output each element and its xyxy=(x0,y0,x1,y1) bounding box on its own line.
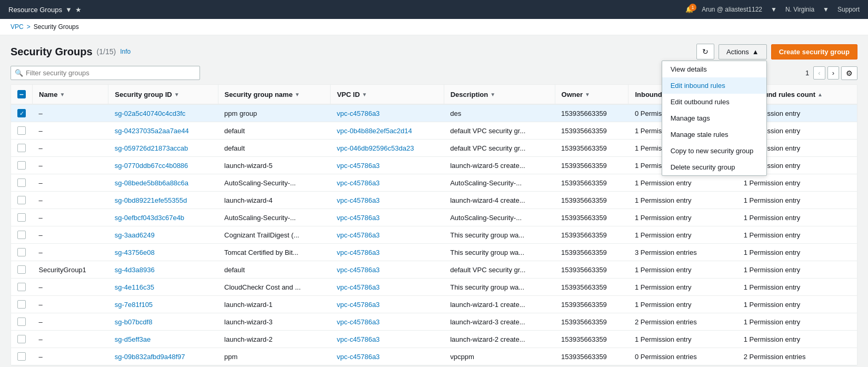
col-header-sg-name[interactable]: Security group name ▼ xyxy=(218,85,331,104)
row-select-cell[interactable] xyxy=(11,122,33,140)
row-select-cell[interactable] xyxy=(11,331,33,348)
col-header-sg-id[interactable]: Security group ID ▼ xyxy=(108,85,218,104)
service-label[interactable]: Resource Groups xyxy=(8,6,62,14)
col-header-owner[interactable]: Owner ▼ xyxy=(555,85,628,104)
actions-button[interactable]: Actions ▲ xyxy=(719,44,767,59)
row-checkbox[interactable] xyxy=(17,144,26,152)
menu-item-delete[interactable]: Delete security group xyxy=(662,159,766,175)
row-select-cell[interactable]: ✓ xyxy=(11,104,33,122)
user-dropdown-icon[interactable]: ▼ xyxy=(771,6,777,13)
info-link[interactable]: Info xyxy=(120,48,131,55)
vpc-id-link[interactable]: vpc-c45786a3 xyxy=(337,301,380,309)
menu-item-edit-outbound[interactable]: Edit outbound rules xyxy=(662,94,766,110)
row-checkbox[interactable] xyxy=(17,283,26,291)
region-dropdown-icon[interactable]: ▼ xyxy=(823,6,829,13)
search-input[interactable] xyxy=(11,66,200,80)
row-checkbox[interactable] xyxy=(17,300,26,309)
menu-item-edit-inbound[interactable]: Edit inbound rules xyxy=(662,77,766,94)
breadcrumb-vpc[interactable]: VPC xyxy=(11,23,24,31)
vpc-id-link[interactable]: vpc-c45786a3 xyxy=(337,196,380,204)
row-select-cell[interactable] xyxy=(11,226,33,244)
sg-id-link[interactable]: sg-43756e08 xyxy=(115,249,155,256)
sg-id-link[interactable]: sg-3aad6249 xyxy=(115,231,155,239)
row-checkbox[interactable] xyxy=(17,335,26,343)
vpc-id-link[interactable]: vpc-c45786a3 xyxy=(337,318,380,326)
sg-id-link[interactable]: sg-7e81f105 xyxy=(115,301,153,309)
sg-id-link[interactable]: sg-04237035a2aa7ae44 xyxy=(115,127,189,135)
nav-star-icon[interactable]: ★ xyxy=(75,6,82,14)
vpc-id-link[interactable]: vpc-c45786a3 xyxy=(337,283,380,291)
row-description: This security group wa... xyxy=(444,279,555,296)
row-select-cell[interactable] xyxy=(11,279,33,296)
create-security-group-button[interactable]: Create security group xyxy=(771,44,857,59)
row-select-cell[interactable] xyxy=(11,209,33,226)
support-menu[interactable]: Support xyxy=(837,6,860,13)
menu-item-copy-new[interactable]: Copy to new security group xyxy=(662,143,766,159)
sg-id-link[interactable]: sg-0efbcf043d3c67e4b xyxy=(115,214,184,222)
row-owner: 153935663359 xyxy=(555,157,628,174)
sg-id-link[interactable]: sg-d5eff3ae xyxy=(115,335,151,343)
bell-icon[interactable]: 🔔 1 xyxy=(685,6,693,13)
row-select-cell[interactable] xyxy=(11,261,33,279)
row-select-cell[interactable] xyxy=(11,140,33,157)
refresh-button[interactable]: ↻ xyxy=(696,44,714,59)
sg-id-link[interactable]: sg-0bd89221efe55355d xyxy=(115,196,187,204)
menu-item-manage-stale[interactable]: Manage stale rules xyxy=(662,126,766,143)
sg-id-link[interactable]: sg-02a5c40740c4cd3fc xyxy=(115,110,185,117)
col-header-name[interactable]: Name ▼ xyxy=(33,85,108,104)
vpc-id-link[interactable]: vpc-046db92596c53da23 xyxy=(337,144,414,152)
pagination-prev-button[interactable]: ‹ xyxy=(813,66,825,80)
row-select-cell[interactable] xyxy=(11,192,33,209)
vpc-id-link[interactable]: vpc-c45786a3 xyxy=(337,162,380,170)
row-checkbox[interactable] xyxy=(17,213,26,222)
vpc-id-link[interactable]: vpc-0b4b88e2ef5ac2d14 xyxy=(337,127,412,135)
row-checkbox[interactable]: ✓ xyxy=(17,109,26,117)
row-checkbox[interactable] xyxy=(17,352,26,361)
col-header-description[interactable]: Description ▼ xyxy=(444,85,555,104)
vpc-id-link[interactable]: vpc-c45786a3 xyxy=(337,179,380,187)
vpc-id-link[interactable]: vpc-c45786a3 xyxy=(337,214,380,222)
row-checkbox[interactable] xyxy=(17,231,26,239)
row-owner: 153935663359 xyxy=(555,313,628,331)
sg-id-link[interactable]: sg-4e116c35 xyxy=(115,283,154,291)
sg-id-link[interactable]: sg-4d3a8936 xyxy=(115,266,155,274)
vpc-id-link[interactable]: vpc-c45786a3 xyxy=(337,335,380,343)
vpc-id-link[interactable]: vpc-c45786a3 xyxy=(337,353,380,361)
vpc-id-link[interactable]: vpc-c45786a3 xyxy=(337,266,380,274)
vpc-id-link[interactable]: vpc-c45786a3 xyxy=(337,231,380,239)
row-checkbox[interactable] xyxy=(17,196,26,204)
select-all-header[interactable]: – xyxy=(11,85,33,104)
menu-item-manage-tags[interactable]: Manage tags xyxy=(662,110,766,126)
row-select-cell[interactable] xyxy=(11,296,33,313)
row-checkbox[interactable] xyxy=(17,265,26,274)
sg-id-link[interactable]: sg-059726d21873accab xyxy=(115,144,188,152)
row-checkbox[interactable] xyxy=(17,248,26,256)
row-checkbox[interactable] xyxy=(17,318,26,326)
menu-item-view-details[interactable]: View details xyxy=(662,61,766,77)
sg-id-link[interactable]: sg-08bede5b8b6a88c6a xyxy=(115,179,188,187)
user-menu[interactable]: Arun @ aliastest1122 xyxy=(702,6,762,13)
sg-id-link[interactable]: sg-b07bcdf8 xyxy=(115,318,153,326)
nav-dropdown-icon[interactable]: ▼ xyxy=(65,6,72,14)
select-all-checkbox[interactable]: – xyxy=(17,90,26,98)
row-select-cell[interactable] xyxy=(11,313,33,331)
sg-id-link[interactable]: sg-09b832afbd9a48f97 xyxy=(115,353,185,361)
row-vpc-id: vpc-0b4b88e2ef5ac2d14 xyxy=(331,122,444,140)
table-settings-button[interactable]: ⚙ xyxy=(841,66,857,80)
region-menu[interactable]: N. Virginia xyxy=(785,6,814,13)
row-inbound: 1 Permission entry xyxy=(628,296,737,313)
row-checkbox[interactable] xyxy=(17,126,26,135)
vpc-id-link[interactable]: vpc-c45786a3 xyxy=(337,249,380,256)
row-select-cell[interactable] xyxy=(11,157,33,174)
row-select-cell[interactable] xyxy=(11,348,33,365)
row-outbound: 1 Permission entry xyxy=(737,261,857,279)
col-header-vpc-id[interactable]: VPC ID ▼ xyxy=(331,85,444,104)
row-select-cell[interactable] xyxy=(11,244,33,261)
sg-id-link[interactable]: sg-0770ddb67cc4b0886 xyxy=(115,162,188,170)
row-checkbox[interactable] xyxy=(17,161,26,170)
vpc-id-link[interactable]: vpc-c45786a3 xyxy=(337,110,380,117)
row-select-cell[interactable] xyxy=(11,174,33,192)
row-sg-name: AutoScaling-Security-... xyxy=(218,209,331,226)
pagination-next-button[interactable]: › xyxy=(827,66,839,80)
row-checkbox[interactable] xyxy=(17,178,26,187)
